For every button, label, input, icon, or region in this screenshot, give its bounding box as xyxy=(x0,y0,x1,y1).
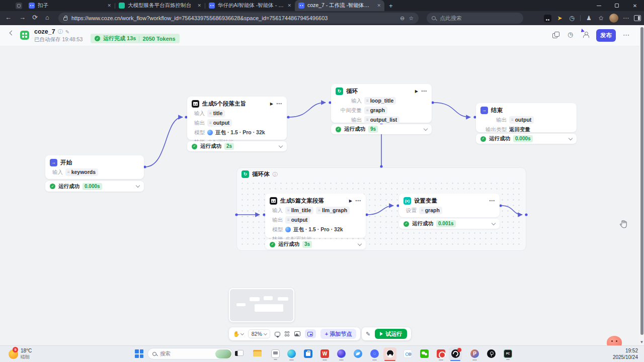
test-run-button[interactable]: 试运行 xyxy=(375,329,407,339)
pointer-extension-icon[interactable]: ➤ xyxy=(556,15,564,22)
minimap[interactable] xyxy=(229,288,294,322)
obs-icon[interactable] xyxy=(451,349,460,358)
lock-icon[interactable] xyxy=(63,17,67,21)
variable-tag[interactable]: output xyxy=(509,116,534,124)
scrollbar-thumb[interactable] xyxy=(640,27,643,335)
history-extension-icon[interactable]: ◷ xyxy=(568,15,576,22)
quark-browser-icon[interactable] xyxy=(337,349,346,358)
node-more-icon[interactable]: ⋯ xyxy=(276,100,282,108)
variable-tag[interactable]: graph xyxy=(419,207,442,214)
publish-button[interactable]: 发布 xyxy=(596,29,616,42)
favorites-extension-icon[interactable]: ✩ xyxy=(597,15,605,22)
image-icon[interactable] xyxy=(294,331,300,336)
node-more-icon[interactable]: ⋯ xyxy=(489,197,495,205)
variable-tag[interactable]: graph xyxy=(364,107,387,114)
sidebar-panel-icon[interactable] xyxy=(634,15,641,21)
variable-tag[interactable]: loop_title xyxy=(364,97,396,105)
browser-search-box[interactable]: 点此搜索 xyxy=(427,13,523,24)
scroll-down-icon[interactable]: ▼ xyxy=(639,340,644,344)
tab-close-icon[interactable]: ✕ xyxy=(197,3,201,8)
header-more-icon[interactable]: ⋯ xyxy=(623,31,630,39)
chevron-down-icon[interactable] xyxy=(358,241,362,245)
run-complete-badge[interactable]: ✓ 运行完成 13s 2050 Tokens xyxy=(91,34,180,43)
tab-close-icon[interactable]: ✕ xyxy=(287,3,291,8)
node-run-icon[interactable]: ▶ xyxy=(415,87,418,95)
back-icon[interactable]: ← xyxy=(5,14,12,21)
close-button[interactable]: ✕ xyxy=(626,0,644,11)
url-bar[interactable]: https://www.coze.cn/work_flow?workflow_i… xyxy=(58,13,419,24)
qq-icon[interactable] xyxy=(386,349,394,358)
profile-extension-icon[interactable]: ♟ xyxy=(585,15,593,22)
tab-bailian[interactable]: 大模型服务平台百炼控制台 ✕ xyxy=(115,0,205,11)
app-icon[interactable] xyxy=(404,349,412,358)
browser-menu-icon[interactable]: ⋯ xyxy=(623,15,629,22)
tab-close-icon[interactable]: ✕ xyxy=(107,3,111,8)
reload-icon[interactable]: ⟳ xyxy=(32,14,38,21)
node-start[interactable]: → 开始 输入 keywords xyxy=(45,155,144,179)
node-status-bar[interactable]: ✓ 运行成功 3s xyxy=(265,239,366,249)
file-explorer-icon[interactable] xyxy=(253,350,262,357)
restore-button[interactable] xyxy=(608,0,626,11)
weather-label[interactable]: 晴朗 xyxy=(21,354,30,360)
node-more-icon[interactable]: ⋯ xyxy=(421,87,427,95)
node-more-icon[interactable]: ⋯ xyxy=(355,197,361,205)
minimize-button[interactable] xyxy=(590,0,608,11)
tab-close-icon[interactable]: ✕ xyxy=(377,3,381,8)
page-scrollbar[interactable]: ▼ xyxy=(639,25,644,345)
obs-active-slot[interactable] xyxy=(449,347,462,360)
edit-tool-icon[interactable]: ✎ xyxy=(366,331,370,337)
comment-icon[interactable] xyxy=(275,332,280,336)
new-tab-button[interactable]: + xyxy=(389,2,393,10)
app-icon[interactable] xyxy=(437,349,445,358)
minimap-toggle-button[interactable] xyxy=(305,329,316,338)
zoom-select[interactable]: 82% xyxy=(248,329,270,338)
info-icon[interactable]: ⓘ xyxy=(58,28,63,35)
browser-avatar[interactable] xyxy=(609,14,618,23)
variable-tag[interactable]: keywords xyxy=(65,168,98,176)
node-status-bar[interactable]: ✓ 运行成功 0.001s xyxy=(399,219,500,229)
pycharm-icon[interactable]: PC xyxy=(504,349,512,358)
wechat-icon[interactable] xyxy=(420,349,429,358)
variable-tag[interactable]: llm_title xyxy=(285,207,313,214)
node-status-bar[interactable]: ✓ 运行成功 9s xyxy=(331,124,432,134)
wps-office-icon[interactable]: W xyxy=(320,349,329,358)
extension-icon[interactable] xyxy=(544,15,551,22)
variable-tag[interactable]: output xyxy=(207,119,232,127)
add-node-button[interactable]: + 添加节点 xyxy=(320,329,356,339)
tab-workflow-active[interactable]: coze_7 - 工作流 -智能体平台 ✕ xyxy=(295,0,384,11)
chevron-down-icon[interactable] xyxy=(136,184,140,188)
chevron-down-icon[interactable] xyxy=(279,143,283,147)
variable-tag[interactable]: title xyxy=(207,110,225,117)
node-loop[interactable]: ↻ 循环 ▶ ⋯ 输入 loop_title 中间变量 graph 输出 out… xyxy=(331,84,432,123)
app-icon[interactable]: ◌ xyxy=(370,349,379,358)
app-icon[interactable] xyxy=(487,349,496,358)
home-icon[interactable]: ⌂ xyxy=(45,14,49,21)
node-set-variable[interactable]: {x} 设置变量 ⋯ 设置 graph xyxy=(399,194,500,217)
node-run-icon[interactable]: ▶ xyxy=(349,197,352,205)
node-status-bar[interactable]: ✓ 运行成功 0.000s xyxy=(476,134,577,144)
taskbar-search-box[interactable]: 搜索 xyxy=(147,348,233,359)
node-status-bar[interactable]: ✓ 运行成功 2s xyxy=(187,141,287,151)
history-icon[interactable]: ◷ xyxy=(568,31,573,38)
node-status-bar[interactable]: ✓ 运行成功 0.000s xyxy=(45,181,144,192)
variable-tag[interactable]: llm_graph xyxy=(316,207,350,214)
tab-kouzi[interactable]: 扣子 ✕ xyxy=(25,0,115,11)
taskbar-clock[interactable]: 19:52 2025/10/24 xyxy=(613,348,638,360)
bookmark-star-icon[interactable]: ☆ xyxy=(409,15,414,22)
search-highlight-image[interactable] xyxy=(215,349,231,358)
app-icon[interactable] xyxy=(354,349,362,358)
edit-icon[interactable]: ✎ xyxy=(65,29,69,35)
variable-tag[interactable]: output_list xyxy=(364,116,399,124)
remote-desktop-icon[interactable] xyxy=(271,349,280,358)
qq-active-slot[interactable] xyxy=(383,347,396,360)
hand-tool-icon[interactable]: ✋ xyxy=(233,331,244,337)
node-run-icon[interactable]: ▶ xyxy=(270,100,273,108)
url-text[interactable]: https://www.coze.cn/work_flow?workflow_i… xyxy=(71,15,396,21)
variable-tag[interactable]: output xyxy=(285,216,310,224)
app-icon[interactable]: P xyxy=(470,349,479,358)
chevron-down-icon[interactable] xyxy=(569,136,573,140)
node-gen-paragraph[interactable]: 生成5篇文案段落 ▶ ⋯ 输入 llm_title llm_graph 输出 o… xyxy=(265,194,366,238)
forward-icon[interactable]: → xyxy=(19,14,26,21)
chevron-down-icon[interactable] xyxy=(492,221,496,225)
zoom-page-icon[interactable]: ⊖ xyxy=(400,15,405,22)
